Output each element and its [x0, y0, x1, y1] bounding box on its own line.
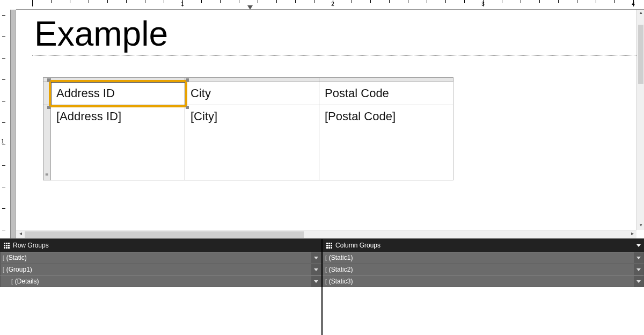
- column-group-item-dropdown[interactable]: [634, 276, 643, 287]
- ruler-tick: [427, 0, 427, 3]
- row-groups-pane[interactable]: Row Groups [(Static)[(Group1)[(Details): [0, 239, 323, 335]
- column-groups-menu-dropdown[interactable]: [636, 244, 641, 247]
- ruler-tick: [502, 0, 502, 3]
- tablix-header-cell-2[interactable]: City: [185, 82, 319, 105]
- column-groups-list[interactable]: [(Static1)[(Static2)[(Static3): [323, 252, 644, 335]
- column-groups-pane[interactable]: Column Groups [(Static1)[(Static2)[(Stat…: [323, 239, 644, 335]
- tablix-region[interactable]: Address ID City Postal Code [Address ID]…: [43, 77, 636, 180]
- ruler-tick: [276, 0, 277, 3]
- ruler-tick: [258, 0, 258, 3]
- ruler-tick: [2, 165, 5, 166]
- row-handle-detail[interactable]: [43, 105, 51, 180]
- horizontal-scroll-thumb[interactable]: [25, 231, 304, 238]
- tablix[interactable]: Address ID City Postal Code [Address ID]…: [43, 77, 453, 180]
- row-group-item-dropdown[interactable]: [311, 276, 321, 287]
- row-groups-title: Row Groups: [13, 242, 49, 249]
- column-group-item-label: (Static1): [329, 254, 634, 261]
- tablix-detail-row[interactable]: [Address ID] [City] [Postal Code]: [43, 105, 453, 180]
- ruler-tick: [539, 0, 540, 3]
- resize-handle[interactable]: [47, 78, 50, 82]
- scroll-down-arrow[interactable]: ▾: [637, 222, 644, 230]
- scroll-right-arrow[interactable]: ▸: [628, 230, 636, 239]
- ruler-tick: [2, 122, 5, 123]
- vertical-scrollbar[interactable]: ▴ ▾: [636, 10, 644, 230]
- row-group-item[interactable]: [(Group1): [0, 264, 321, 275]
- column-group-item-dropdown[interactable]: [634, 264, 643, 275]
- scroll-left-arrow[interactable]: ◂: [16, 230, 25, 239]
- indent-marker-icon[interactable]: [247, 5, 253, 10]
- tablix-detail-cell-1[interactable]: [Address ID]: [51, 105, 185, 180]
- ruler-tick: [51, 0, 52, 3]
- ruler-tick: [577, 0, 577, 3]
- column-group-item-label: (Static3): [329, 278, 634, 285]
- row-groups-list[interactable]: [(Static)[(Group1)[(Details): [0, 252, 321, 335]
- resize-handle[interactable]: [47, 106, 50, 109]
- column-groups-icon: [326, 242, 332, 249]
- ruler-number: 4: [632, 1, 635, 7]
- ruler-tick: [126, 0, 127, 3]
- report-title[interactable]: Example: [32, 16, 636, 52]
- row-group-item-dropdown[interactable]: [311, 264, 321, 275]
- group-bracket-icon: [: [1, 267, 6, 273]
- row-groups-header[interactable]: Row Groups: [0, 239, 321, 252]
- column-group-item[interactable]: [(Static2): [323, 264, 644, 275]
- ruler-tick: [596, 0, 596, 3]
- row-handle-header[interactable]: [43, 82, 51, 105]
- ruler-tick: [408, 0, 408, 3]
- grouping-panel: Row Groups [(Static)[(Group1)[(Details) …: [0, 238, 644, 335]
- row-group-item-dropdown[interactable]: [311, 252, 321, 263]
- column-group-item-dropdown[interactable]: [634, 252, 643, 263]
- tablix-detail-cell-2[interactable]: [City]: [185, 105, 319, 180]
- ruler-tick: [314, 0, 314, 3]
- column-group-item-label: (Static2): [329, 266, 634, 273]
- ruler-tick: [2, 37, 5, 37]
- vertical-scroll-thumb[interactable]: [638, 25, 643, 84]
- column-handle-2[interactable]: [185, 78, 319, 82]
- row-group-item-label: (Details): [15, 278, 311, 285]
- horizontal-ruler[interactable]: 1234: [16, 0, 644, 10]
- horizontal-scrollbar[interactable]: ◂ ▸: [16, 230, 636, 238]
- column-handle-row[interactable]: [43, 78, 453, 82]
- column-group-item[interactable]: [(Static1): [323, 252, 644, 264]
- ruler-tick: [370, 0, 371, 3]
- group-bracket-icon: [: [323, 255, 329, 261]
- ruler-tick: [89, 0, 89, 3]
- row-group-item[interactable]: [(Details): [0, 275, 321, 287]
- column-handle-3[interactable]: [319, 78, 453, 82]
- title-underline: [32, 55, 636, 56]
- group-bracket-icon: [: [1, 279, 15, 285]
- resize-handle[interactable]: [186, 78, 189, 82]
- ruler-number: 2: [331, 1, 334, 7]
- row-group-item[interactable]: [(Static): [0, 252, 321, 264]
- ruler-tick: [389, 0, 390, 3]
- column-groups-header[interactable]: Column Groups: [323, 239, 644, 252]
- ruler-tick: [2, 208, 5, 209]
- ruler-tick: [2, 15, 5, 16]
- horizontal-scroll-track[interactable]: [25, 230, 628, 239]
- tablix-detail-cell-3[interactable]: [Postal Code]: [319, 105, 453, 180]
- ruler-tick: [464, 0, 465, 3]
- group-bracket-icon: [: [323, 279, 329, 285]
- row-groups-icon: [3, 242, 10, 249]
- resize-handle[interactable]: [186, 106, 189, 109]
- tablix-header-cell-3[interactable]: Postal Code: [319, 82, 453, 105]
- tablix-header-cell-1[interactable]: Address ID: [51, 82, 185, 105]
- design-canvas[interactable]: Example Address ID City Postal Code: [16, 10, 636, 230]
- ruler-tick: [2, 187, 5, 187]
- ruler-tick: [2, 79, 5, 80]
- ruler-tick: [295, 0, 296, 3]
- ruler-tick: [2, 230, 5, 230]
- ruler-tick: [145, 0, 145, 3]
- column-handle-1[interactable]: [51, 78, 185, 82]
- report-body[interactable]: Example Address ID City Postal Code: [32, 10, 636, 230]
- ruler-tick: [2, 101, 5, 101]
- ruler-tick: [352, 0, 352, 3]
- column-group-item[interactable]: [(Static3): [323, 275, 644, 287]
- tablix-header-row[interactable]: Address ID City Postal Code: [43, 82, 453, 105]
- ruler-tick: [32, 0, 33, 6]
- ruler-number: 1: [181, 1, 184, 7]
- ruler-tick: [220, 0, 221, 3]
- ruler-tick: [107, 0, 108, 3]
- ruler-tick: [201, 0, 202, 3]
- scroll-up-arrow[interactable]: ▴: [637, 10, 644, 17]
